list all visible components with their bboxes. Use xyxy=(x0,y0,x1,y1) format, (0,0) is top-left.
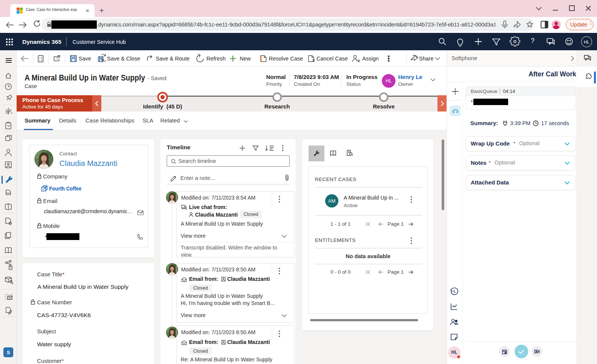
svg-text:S: S xyxy=(7,350,10,355)
